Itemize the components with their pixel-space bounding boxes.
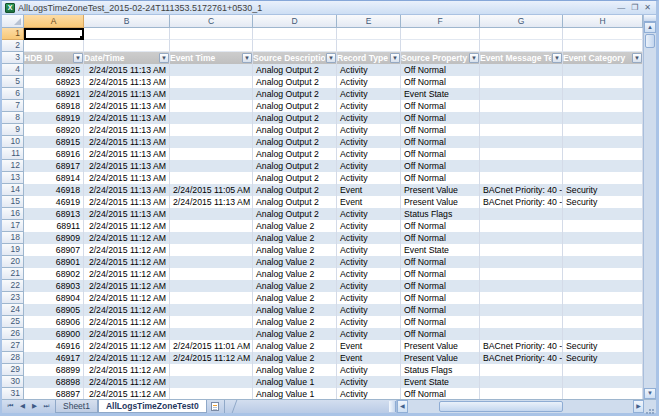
cell-b11[interactable]: 2/24/2015 11:13 AM [84,148,170,160]
cell-b9[interactable]: 2/24/2015 11:13 AM [84,124,170,136]
row-header-12[interactable]: 12 [2,160,24,172]
cell-a9[interactable]: 68920 [24,124,84,136]
cell-g8[interactable] [480,112,563,124]
cell-a19[interactable]: 68907 [24,244,84,256]
cell-f5[interactable]: Off Normal [401,76,480,88]
row-header-20[interactable]: 20 [2,256,24,268]
cell-a17[interactable]: 68911 [24,220,84,232]
cell-d13[interactable]: Analog Output 2 [253,172,337,184]
first-sheet-button[interactable]: ⏮ [5,401,16,412]
row-header-18[interactable]: 18 [2,232,24,244]
sheet-tab-sheet1[interactable]: Sheet1 [55,400,98,413]
cell-a22[interactable]: 68903 [24,280,84,292]
cell-b25[interactable]: 2/24/2015 11:12 AM [84,316,170,328]
cell-d22[interactable]: Analog Value 2 [253,280,337,292]
cell-g15[interactable]: BACnet Priority: 40 - BAC [480,196,563,208]
cell-g3[interactable]: Event Message Text▼ [480,52,563,64]
cell-g9[interactable] [480,124,563,136]
cell-b21[interactable]: 2/24/2015 11:12 AM [84,268,170,280]
cell-e24[interactable]: Activity [337,304,401,316]
cell-d26[interactable]: Analog Value 2 [253,328,337,340]
row-header-13[interactable]: 13 [2,172,24,184]
cell-g7[interactable] [480,100,563,112]
cell-f18[interactable]: Off Normal [401,232,480,244]
cell-d9[interactable]: Analog Output 2 [253,124,337,136]
cell-b8[interactable]: 2/24/2015 11:13 AM [84,112,170,124]
row-header-11[interactable]: 11 [2,148,24,160]
cell-g25[interactable] [480,316,563,328]
cell-h9[interactable] [563,124,643,136]
cell-e6[interactable]: Activity [337,88,401,100]
select-all-corner[interactable] [2,15,24,28]
cell-c15[interactable]: 2/24/2015 11:13 AM [170,196,253,208]
row-header-24[interactable]: 24 [2,304,24,316]
horizontal-scroll-thumb[interactable] [439,401,563,412]
cell-f21[interactable]: Off Normal [401,268,480,280]
cell-a29[interactable]: 68899 [24,364,84,376]
cell-g4[interactable] [480,64,563,76]
cell-h19[interactable] [563,244,643,256]
cell-f9[interactable]: Off Normal [401,124,480,136]
filter-dropdown-button[interactable]: ▼ [242,53,252,63]
cell-b6[interactable]: 2/24/2015 11:13 AM [84,88,170,100]
cell-h4[interactable] [563,64,643,76]
row-header-30[interactable]: 30 [2,376,24,388]
cell-b19[interactable]: 2/24/2015 11:12 AM [84,244,170,256]
cell-e10[interactable]: Activity [337,136,401,148]
row-header-8[interactable]: 8 [2,112,24,124]
column-header-c[interactable]: C [170,15,253,28]
cell-b3[interactable]: Date/Time▼ [84,52,170,64]
cell-h3[interactable]: Event Category▼ [563,52,643,64]
cell-d30[interactable]: Analog Value 1 [253,376,337,388]
cell-f4[interactable]: Off Normal [401,64,480,76]
cell-f28[interactable]: Present Value [401,352,480,364]
row-header-7[interactable]: 7 [2,100,24,112]
cell-f11[interactable]: Off Normal [401,148,480,160]
cell-f6[interactable]: Event State [401,88,480,100]
row-header-3[interactable]: 3 [2,52,24,64]
cell-c23[interactable] [170,292,253,304]
row-header-14[interactable]: 14 [2,184,24,196]
row-header-1[interactable]: 1 [2,28,24,40]
cell-b27[interactable]: 2/24/2015 11:12 AM [84,340,170,352]
cell-d27[interactable]: Analog Value 2 [253,340,337,352]
cell-e8[interactable]: Activity [337,112,401,124]
cell-g22[interactable] [480,280,563,292]
cell-h5[interactable] [563,76,643,88]
cell-c20[interactable] [170,256,253,268]
filter-dropdown-button[interactable]: ▼ [552,53,562,63]
cell-b10[interactable]: 2/24/2015 11:13 AM [84,136,170,148]
cell-d31[interactable]: Analog Value 1 [253,388,337,399]
row-header-17[interactable]: 17 [2,220,24,232]
cell-f7[interactable]: Off Normal [401,100,480,112]
cell-a13[interactable]: 68914 [24,172,84,184]
next-sheet-button[interactable]: ▶ [29,401,40,412]
cell-d17[interactable]: Analog Value 2 [253,220,337,232]
cell-d7[interactable]: Analog Output 2 [253,100,337,112]
cell-e4[interactable]: Activity [337,64,401,76]
column-header-g[interactable]: G [480,15,563,28]
cell-g31[interactable] [480,388,563,399]
cell-c24[interactable] [170,304,253,316]
cell-a28[interactable]: 46917 [24,352,84,364]
minimize-button[interactable]: — [617,3,625,13]
row-header-2[interactable]: 2 [2,40,24,52]
cell-e12[interactable]: Activity [337,160,401,172]
cell-f19[interactable]: Event State [401,244,480,256]
cell-b7[interactable]: 2/24/2015 11:13 AM [84,100,170,112]
cell-b13[interactable]: 2/24/2015 11:13 AM [84,172,170,184]
cell-d21[interactable]: Analog Value 2 [253,268,337,280]
close-button[interactable]: ✕ [644,3,651,13]
cell-b22[interactable]: 2/24/2015 11:12 AM [84,280,170,292]
cell-f26[interactable]: Off Normal [401,328,480,340]
column-header-h[interactable]: H [563,15,643,28]
cell-c30[interactable] [170,376,253,388]
cell-b18[interactable]: 2/24/2015 11:12 AM [84,232,170,244]
tab-scroll-split-handle[interactable] [389,401,396,412]
row-header-25[interactable]: 25 [2,316,24,328]
cell-d23[interactable]: Analog Value 2 [253,292,337,304]
scroll-right-button[interactable]: ▶ [633,400,644,413]
cell-g11[interactable] [480,148,563,160]
cell-g27[interactable]: BACnet Priority: 40 - BAC [480,340,563,352]
cell-d1[interactable] [253,28,337,40]
